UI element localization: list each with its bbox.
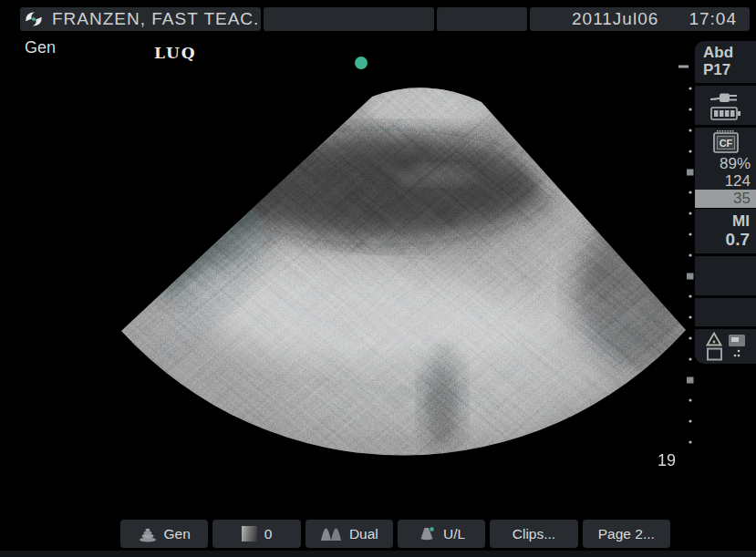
sidebar-panel-empty xyxy=(695,298,756,326)
square-icon xyxy=(706,347,723,361)
softkey-label: 0 xyxy=(264,526,273,542)
depth-scale xyxy=(678,66,694,444)
mi-value: 0.7 xyxy=(695,230,750,249)
cf-label: CF xyxy=(719,138,732,149)
softkey-label: Page 2... xyxy=(598,526,655,542)
ultrasound-image xyxy=(0,0,756,557)
gain-value: 35 xyxy=(695,190,756,208)
softkey-page[interactable]: Page 2... xyxy=(583,520,670,548)
softkey-gen[interactable]: Gen xyxy=(120,520,208,548)
cf-free-percent: 89% xyxy=(695,155,756,172)
images-count: 124 xyxy=(695,172,756,190)
mi-panel: MI 0.7 xyxy=(695,209,756,253)
softkey-clips[interactable]: Clips... xyxy=(490,520,577,548)
date-text: 2011Jul06 xyxy=(572,9,658,29)
topbar-segment-empty xyxy=(437,7,527,31)
dual-image-icon xyxy=(320,527,342,542)
mi-label: MI xyxy=(695,212,750,230)
softkey-label: Clips... xyxy=(513,526,555,542)
triangle-icon xyxy=(706,332,722,346)
softkey-gray-map[interactable]: 0 xyxy=(212,520,300,548)
orientation-marker-dot xyxy=(355,57,368,69)
exam-type: Abd xyxy=(703,44,756,61)
softkey-dual[interactable]: Dual xyxy=(306,520,393,548)
softkey-label: Gen xyxy=(164,526,191,542)
patient-name: FRANZEN, FAST TEAC. xyxy=(52,9,259,29)
softkey-bar: Gen 0 Dual U/L Clips... Page 2... xyxy=(120,520,670,548)
ultrasound-screen: FRANZEN, FAST TEAC. 2011Jul06 17:04 Gen … xyxy=(0,0,756,557)
sidebar-tools-panel xyxy=(695,329,756,364)
exam-preset-panel: Abd P17 xyxy=(695,41,756,83)
sector-marker-icon xyxy=(418,526,436,542)
softkey-ul[interactable]: U/L xyxy=(398,520,485,548)
topbar-segment-empty xyxy=(264,7,434,31)
datetime-banner: 2011Jul06 17:04 xyxy=(530,7,750,31)
cf-card-icon: CF xyxy=(710,129,741,155)
screen-bottom-strip xyxy=(0,551,756,557)
preset-name: P17 xyxy=(703,61,756,78)
sidebar-panel-empty xyxy=(695,256,756,295)
grayscale-gradient-icon xyxy=(242,526,257,542)
imaging-mode-label: Gen xyxy=(25,38,56,57)
softkey-label: Dual xyxy=(349,526,378,542)
softkey-label: U/L xyxy=(443,526,465,542)
status-sidebar: Abd P17 xyxy=(695,41,756,364)
power-status-panel xyxy=(695,86,756,125)
patient-banner: FRANZEN, FAST TEAC. xyxy=(20,7,261,31)
time-text: 17:04 xyxy=(689,9,737,29)
logo-swirl-icon xyxy=(23,8,45,30)
battery-icon xyxy=(710,106,741,121)
annotation-text: LUQ xyxy=(154,44,197,62)
picture-in-picture-icon xyxy=(728,334,746,347)
power-plug-icon xyxy=(709,90,742,105)
dots-icon xyxy=(732,348,741,359)
cone-icon xyxy=(139,526,157,542)
storage-panel: CF 89% 124 35 xyxy=(695,128,756,206)
depth-readout: 19 xyxy=(658,451,676,470)
